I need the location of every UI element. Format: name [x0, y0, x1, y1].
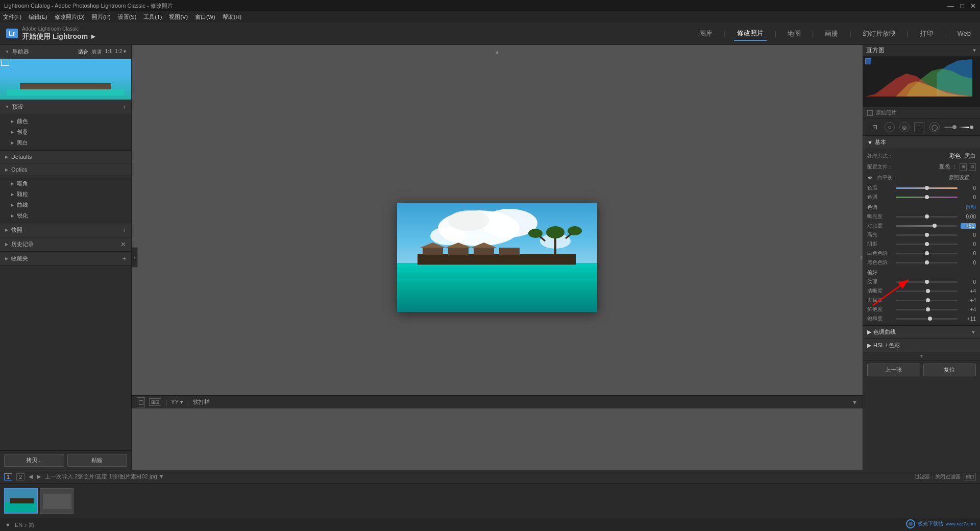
filmstrip-nav-right[interactable]: ▶ — [37, 473, 41, 480]
redeye-tool[interactable]: ◎ — [899, 122, 910, 132]
preset-creative[interactable]: ▶ 创意 — [0, 127, 131, 137]
radial-filter-tool[interactable]: ◯ — [929, 122, 940, 132]
filmstrip-expand-icon[interactable]: ▼ — [852, 399, 857, 405]
clarity-thumb[interactable] — [926, 289, 930, 293]
color-curve-section[interactable]: ▶ 色调曲线 ▼ — [863, 326, 980, 339]
contrast-slider[interactable] — [896, 225, 958, 227]
view-grid-icons[interactable]: ⊞⊡ — [149, 398, 161, 406]
color-tint-thumb[interactable] — [925, 195, 929, 199]
nav-zoom-fit[interactable]: 适合 — [78, 49, 88, 56]
page-num-1[interactable]: 1 — [4, 473, 12, 480]
color-temp-slider[interactable] — [896, 187, 958, 189]
navigator-header[interactable]: ▼ 导航器 适合 填满 1:1 1:2 ▾ — [0, 45, 131, 59]
panel-item-curves[interactable]: ▶ 曲线 — [0, 200, 131, 210]
nav-web[interactable]: Web — [954, 28, 974, 39]
original-photo-checkbox[interactable] — [867, 110, 873, 116]
color-tint-slider[interactable] — [896, 197, 958, 198]
view-sort-icon[interactable]: | — [165, 399, 167, 405]
nav-map[interactable]: 地图 — [785, 27, 804, 40]
snapshots-header[interactable]: ▶ 快照 + — [0, 223, 131, 237]
menu-window[interactable]: 窗口(W) — [195, 13, 215, 21]
wb-value[interactable]: 原照设置 ： — [949, 174, 976, 181]
dehaze-slider[interactable] — [896, 300, 958, 301]
crop-tool[interactable]: ⊡ — [870, 122, 880, 132]
whites-slider[interactable] — [896, 253, 958, 254]
maximize-button[interactable]: □ — [960, 2, 964, 10]
menu-tools[interactable]: 工具(T) — [143, 13, 162, 21]
auto-link[interactable]: 自动 — [966, 204, 976, 211]
highlights-slider[interactable] — [896, 234, 958, 236]
optics-header[interactable]: ▶ Optics — [0, 163, 131, 176]
shadows-slider[interactable] — [896, 244, 958, 245]
en-label[interactable]: EN ♪ 简 — [15, 521, 34, 529]
vibrance-thumb[interactable] — [926, 307, 930, 311]
whites-thumb[interactable] — [925, 251, 929, 255]
nav-library[interactable]: 图库 — [696, 27, 716, 40]
texture-thumb[interactable] — [925, 280, 929, 284]
texture-slider[interactable] — [896, 281, 958, 283]
filter-label[interactable]: 过滤器：关闭过滤器 — [915, 473, 961, 480]
profile-list-icon[interactable]: ⊡ — [969, 163, 976, 171]
dehaze-thumb[interactable] — [926, 298, 930, 302]
range-mask-tool[interactable] — [959, 126, 973, 129]
nav-zoom-1to2[interactable]: 1:2 ▾ — [115, 49, 126, 56]
blacks-slider[interactable] — [896, 262, 958, 263]
color-curve-expand[interactable]: ▼ — [971, 329, 976, 335]
nav-zoom-1to1[interactable]: 1:1 — [105, 49, 112, 56]
collections-header[interactable]: ▶ 收藏夹 + — [0, 252, 131, 266]
center-top-arrow[interactable]: ▲ — [495, 49, 500, 55]
copy-button[interactable]: 拷贝... — [4, 454, 64, 467]
menu-develop[interactable]: 修改照片(D) — [55, 13, 85, 21]
nav-print[interactable]: 打印 — [917, 27, 936, 40]
presets-add[interactable]: + — [122, 103, 126, 111]
color-option[interactable]: 彩色 — [949, 152, 961, 160]
right-panel-expand-icon[interactable]: ▼ — [919, 353, 924, 359]
preset-color[interactable]: ▶ 颜色 — [0, 116, 131, 127]
bw-option[interactable]: 黑白 — [965, 152, 976, 160]
left-panel-collapse[interactable]: ‹ — [132, 247, 138, 268]
wb-eyedropper-icon[interactable]: ✒ — [867, 174, 873, 182]
hsl-section[interactable]: ▶ HSL / 色彩 — [863, 339, 980, 352]
presets-header[interactable]: ▼ 预设 + — [0, 100, 131, 114]
menu-settings[interactable]: 设置(S) — [118, 13, 137, 21]
adjustment-brush-tool[interactable] — [944, 127, 954, 128]
collections-add[interactable]: + — [122, 255, 126, 262]
histogram-expand[interactable]: ▼ — [972, 47, 977, 53]
blacks-thumb[interactable] — [925, 260, 929, 264]
prev-button[interactable]: 上一张 — [867, 364, 920, 376]
filter-icons[interactable]: ⊞⊡ — [964, 473, 976, 480]
next-button[interactable]: 复位 — [923, 364, 976, 376]
history-close[interactable]: ✕ — [120, 240, 126, 248]
profile-name[interactable]: 颜色 ： — [939, 163, 958, 171]
graduated-filter-tool[interactable]: □ — [914, 122, 924, 132]
panel-item-sharpen[interactable]: ▶ 锐化 — [0, 210, 131, 221]
saturation-slider[interactable] — [896, 318, 958, 320]
menu-file[interactable]: 文件(F) — [3, 13, 21, 21]
minimize-button[interactable]: — — [947, 2, 954, 10]
nav-develop[interactable]: 修改照片 — [734, 27, 767, 41]
panel-item-vignette[interactable]: ▶ 暗角 — [0, 178, 131, 189]
preset-bw[interactable]: ▶ 黑白 — [0, 137, 131, 148]
soft-proof-label[interactable]: 软打样 — [193, 398, 210, 406]
shadows-thumb[interactable] — [925, 242, 929, 246]
snapshots-add[interactable]: + — [122, 226, 126, 234]
clarity-slider[interactable] — [896, 291, 958, 292]
exposure-thumb[interactable] — [925, 214, 929, 219]
nav-slideshow[interactable]: 幻灯片放映 — [860, 27, 899, 40]
filmstrip-nav-left[interactable]: ◀ — [29, 473, 33, 480]
thumbnail-1[interactable] — [4, 488, 38, 514]
defaults-header[interactable]: ▶ Defaults — [0, 151, 131, 163]
profile-grid-icon[interactable]: ⊞ — [960, 163, 967, 171]
menu-view[interactable]: 视图(V) — [169, 13, 188, 21]
nav-book[interactable]: 画册 — [822, 27, 841, 40]
highlights-thumb[interactable] — [925, 233, 929, 237]
histogram-clip-shadows[interactable] — [865, 58, 871, 64]
history-header[interactable]: ▶ 历史记录 ✕ — [0, 237, 131, 251]
saturation-thumb[interactable] — [928, 317, 932, 321]
lr-title[interactable]: 开始使用 Lightroom ► — [22, 32, 97, 41]
exposure-slider[interactable] — [896, 216, 958, 218]
expand-right-arrow[interactable]: › — [860, 253, 863, 262]
format-display[interactable]: YY ▾ — [171, 399, 183, 405]
nav-zoom-fill[interactable]: 填满 — [91, 49, 102, 56]
color-temp-thumb[interactable] — [925, 186, 929, 190]
